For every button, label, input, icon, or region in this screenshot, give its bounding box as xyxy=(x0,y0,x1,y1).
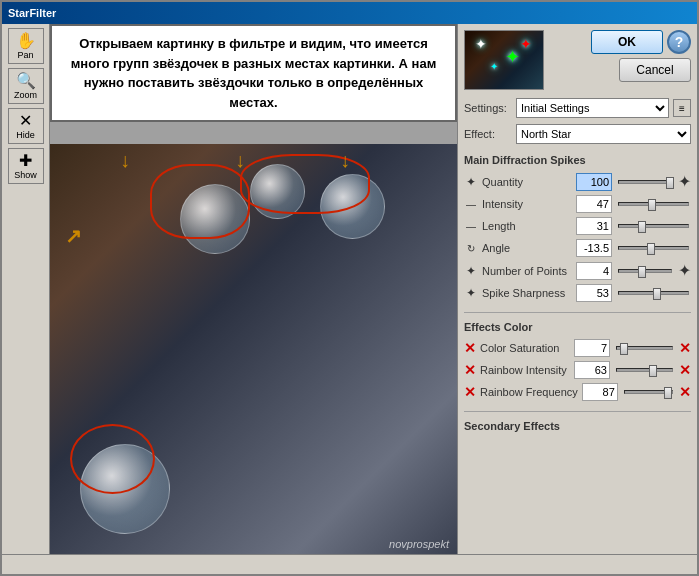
spike-sharpness-label: Spike Sharpness xyxy=(482,287,572,299)
zoom-label: Zoom xyxy=(14,90,37,100)
spike-sharpness-track[interactable] xyxy=(618,291,689,295)
hide-icon: ✕ xyxy=(19,113,32,129)
settings-menu-button[interactable]: ≡ xyxy=(673,99,691,117)
tooltip-text: Открываем картинку в фильтре и видим, чт… xyxy=(71,36,437,110)
rainbow-freq-label: Rainbow Frequency xyxy=(480,386,578,398)
length-track[interactable] xyxy=(618,224,689,228)
arrow-1: ↓ xyxy=(120,149,130,172)
quantity-track[interactable] xyxy=(618,180,672,184)
show-tool[interactable]: ✚ Show xyxy=(8,148,44,184)
color-sat-value[interactable] xyxy=(574,339,610,357)
rainbow-intensity-icon: ✕ xyxy=(464,362,476,378)
num-points-star-large: ✦ xyxy=(678,261,691,280)
right-top: ✦ ✦ ✦ ✦ OK ? Cancel xyxy=(464,30,691,90)
angle-thumb[interactable] xyxy=(647,243,655,255)
main-window: StarFilter ✋ Pan 🔍 Zoom ✕ Hide ✚ Show xyxy=(0,0,699,576)
angle-value[interactable] xyxy=(576,239,612,257)
left-toolbar: ✋ Pan 🔍 Zoom ✕ Hide ✚ Show xyxy=(2,24,50,554)
watermark: novprospekt xyxy=(389,538,449,550)
color-sat-icon-right: ✕ xyxy=(679,340,691,356)
effects-color-header: Effects Color xyxy=(464,321,691,333)
length-label: Length xyxy=(482,220,572,232)
pan-icon: ✋ xyxy=(16,33,36,49)
zoom-icon: 🔍 xyxy=(16,73,36,89)
num-points-icon: ✦ xyxy=(464,264,478,278)
rainbow-intensity-value[interactable] xyxy=(574,361,610,379)
zoom-tool[interactable]: 🔍 Zoom xyxy=(8,68,44,104)
arrow-3: ↓ xyxy=(340,149,350,172)
highlight-1 xyxy=(70,424,155,494)
angle-track[interactable] xyxy=(618,246,689,250)
settings-row: Settings: Initial SettingsCustom 1Custom… xyxy=(464,98,691,118)
spike-sharpness-value[interactable] xyxy=(576,284,612,302)
quantity-value[interactable] xyxy=(576,173,612,191)
spike-sharpness-icon: ✦ xyxy=(464,286,478,300)
title-bar: StarFilter xyxy=(2,2,697,24)
arrow-4: ↗ xyxy=(65,224,82,248)
settings-label: Settings: xyxy=(464,102,512,114)
rainbow-intensity-track[interactable] xyxy=(616,368,673,372)
content-area: ✋ Pan 🔍 Zoom ✕ Hide ✚ Show Открываем кар… xyxy=(2,24,697,554)
intensity-thumb[interactable] xyxy=(648,199,656,211)
intensity-icon: — xyxy=(464,199,478,210)
intensity-value[interactable] xyxy=(576,195,612,213)
ok-button[interactable]: OK xyxy=(591,30,663,54)
spike-sharpness-row: ✦ Spike Sharpness xyxy=(464,284,691,302)
length-value[interactable] xyxy=(576,217,612,235)
color-sat-icon: ✕ xyxy=(464,340,476,356)
color-sat-track[interactable] xyxy=(616,346,673,350)
spike-sharpness-thumb[interactable] xyxy=(653,288,661,300)
help-button[interactable]: ? xyxy=(667,30,691,54)
highlight-3 xyxy=(240,154,370,214)
rainbow-freq-thumb[interactable] xyxy=(664,387,672,399)
effect-label: Effect: xyxy=(464,128,512,140)
effect-row: Effect: North StarHollywood StarSnowflak… xyxy=(464,124,691,144)
length-row: — Length xyxy=(464,217,691,235)
rainbow-freq-row: ✕ Rainbow Frequency ✕ xyxy=(464,383,691,401)
rainbow-intensity-label: Rainbow Intensity xyxy=(480,364,570,376)
right-buttons: OK ? Cancel xyxy=(550,30,691,82)
quantity-star-icon: ✦ xyxy=(464,175,478,189)
image-area: Открываем картинку в фильтре и видим, чт… xyxy=(50,24,457,554)
quantity-thumb[interactable] xyxy=(666,177,674,189)
quantity-label: Quantity xyxy=(482,176,572,188)
intensity-track[interactable] xyxy=(618,202,689,206)
bottom-status xyxy=(2,554,697,574)
rainbow-intensity-row: ✕ Rainbow Intensity ✕ xyxy=(464,361,691,379)
cancel-button[interactable]: Cancel xyxy=(619,58,691,82)
main-diffraction-header: Main Diffraction Spikes xyxy=(464,154,691,166)
divider-1 xyxy=(464,312,691,313)
num-points-track[interactable] xyxy=(618,269,672,273)
quantity-star-large: ✦ xyxy=(678,172,691,191)
preview-star-1: ✦ xyxy=(475,36,487,52)
image-placeholder: ↓ ↓ ↓ ↗ novprospekt xyxy=(50,144,457,554)
rainbow-freq-icon: ✕ xyxy=(464,384,476,400)
length-icon: — xyxy=(464,221,478,232)
rainbow-freq-icon-right: ✕ xyxy=(679,384,691,400)
hide-tool[interactable]: ✕ Hide xyxy=(8,108,44,144)
settings-select[interactable]: Initial SettingsCustom 1Custom 2 xyxy=(516,98,669,118)
effect-select[interactable]: North StarHollywood StarSnowflake xyxy=(516,124,691,144)
num-points-value[interactable] xyxy=(576,262,612,280)
ok-help-row: OK ? xyxy=(591,30,691,54)
rainbow-intensity-thumb[interactable] xyxy=(649,365,657,377)
color-sat-row: ✕ Color Saturation ✕ xyxy=(464,339,691,357)
num-points-thumb[interactable] xyxy=(638,266,646,278)
color-sat-label: Color Saturation xyxy=(480,342,570,354)
rainbow-freq-value[interactable] xyxy=(582,383,618,401)
pan-label: Pan xyxy=(17,50,33,60)
rainbow-freq-track[interactable] xyxy=(624,390,673,394)
show-label: Show xyxy=(14,170,37,180)
pan-tool[interactable]: ✋ Pan xyxy=(8,28,44,64)
color-sat-thumb[interactable] xyxy=(620,343,628,355)
intensity-label: Intensity xyxy=(482,198,572,210)
quantity-row: ✦ Quantity ✦ xyxy=(464,172,691,191)
preview-star-2: ✦ xyxy=(505,46,520,68)
arrow-2: ↓ xyxy=(235,149,245,172)
image-canvas: ↓ ↓ ↓ ↗ novprospekt xyxy=(50,144,457,554)
length-thumb[interactable] xyxy=(638,221,646,233)
hide-label: Hide xyxy=(16,130,35,140)
show-icon: ✚ xyxy=(19,153,32,169)
angle-icon: ↻ xyxy=(464,243,478,254)
tooltip-box: Открываем картинку в фильтре и видим, чт… xyxy=(50,24,457,122)
